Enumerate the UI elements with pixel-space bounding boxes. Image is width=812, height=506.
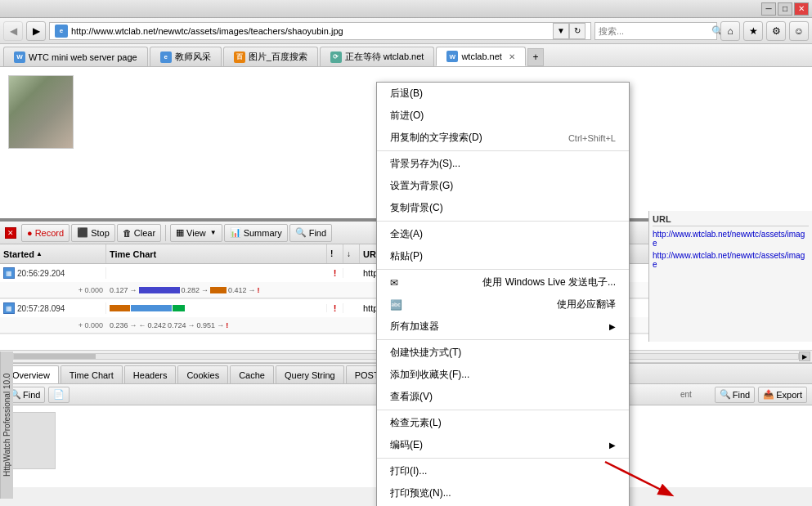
tab-label-4: wtclab.net — [461, 51, 502, 61]
cm-item-select-all[interactable]: 全选(A) — [377, 223, 629, 245]
window-controls: ─ □ ✕ — [761, 2, 809, 16]
tab-overview-label: Overview — [12, 370, 50, 380]
address-dropdown[interactable]: ▼ — [553, 23, 569, 39]
tab-baidu[interactable]: 百 图片_百度搜索 — [223, 47, 318, 66]
summary-button[interactable]: 📊 Summary — [224, 224, 288, 242]
cm-back-label: 后退(B) — [390, 87, 423, 101]
clear-button[interactable]: 🗑 Clear — [117, 224, 161, 242]
tab-timechart[interactable]: Time Chart — [61, 365, 123, 383]
row-1-started: ▦ 20:56:29.204 — [0, 267, 106, 279]
row-2-bar-blue — [131, 305, 172, 311]
cm-item-print-preview[interactable]: 打印预览(N)... — [377, 482, 629, 504]
cm-item-shortcut[interactable]: 创建快捷方式(T) — [377, 342, 629, 364]
settings-button[interactable]: ⚙ — [766, 21, 786, 41]
favorites-button[interactable]: ★ — [743, 21, 763, 41]
tab-cache[interactable]: Cache — [230, 365, 274, 383]
cm-copy-bg-label: 复制背景(C) — [390, 201, 443, 215]
row-1-delta: + 0.000 — [0, 286, 106, 294]
row-2-arrow-1: → — [130, 321, 137, 329]
cm-item-inspect[interactable]: 检查元素(L) — [377, 412, 629, 434]
stop-icon: ⬛ — [77, 227, 88, 238]
col-header-timechart[interactable]: Time Chart — [106, 244, 327, 263]
row-1-icon: ▦ — [3, 267, 15, 279]
tab-querystring[interactable]: Query String — [276, 365, 344, 383]
home-button[interactable]: ⌂ — [720, 21, 740, 41]
cm-item-accelerators[interactable]: 所有加速器 ▶ — [377, 316, 629, 338]
cm-item-print[interactable]: 打印(I)... — [377, 460, 629, 482]
forward-button[interactable]: ▶ — [26, 21, 46, 41]
side-url-panel: URL http://www.wtclab.net/newwtc/assets/… — [648, 211, 812, 342]
row-2-scale-4: 0.951 — [197, 321, 216, 329]
tab-timechart-label: Time Chart — [70, 370, 114, 380]
tab-label-0: WTC mini web server page — [29, 52, 137, 62]
side-url-2: http://www.wtclab.net/newwtc/assets/imag… — [653, 251, 809, 269]
stop-button[interactable]: ⬛ Stop — [71, 224, 115, 242]
row-1-excl: ! — [327, 268, 343, 278]
cm-translate-icon: 🔤 — [390, 299, 402, 311]
record-button[interactable]: ● Record — [21, 224, 70, 242]
cm-item-translate[interactable]: 🔤 使用必应翻译 — [377, 293, 629, 316]
refresh-button[interactable]: ↻ — [569, 23, 585, 39]
cm-item-live-mail[interactable]: ✉ 使用 Windows Live 发送电子... — [377, 271, 629, 293]
row-1-scale-3: 0.412 — [228, 286, 247, 294]
detail-find-right-label: Find — [733, 390, 750, 400]
tab-waiting[interactable]: ⟳ 正在等待 wtclab.net — [320, 47, 435, 66]
new-tab-button[interactable]: + — [527, 48, 544, 66]
tab-wtc-mini[interactable]: W WTC mini web server page — [3, 47, 148, 66]
row-2-excl-chart: ! — [226, 321, 228, 329]
detail-import-button[interactable]: 📄 — [48, 387, 70, 403]
tab-close-4[interactable]: ✕ — [509, 52, 515, 61]
maximize-button[interactable]: □ — [778, 2, 792, 16]
row-1-started-time: 20:56:29.204 — [17, 269, 65, 278]
svg-line-0 — [605, 462, 671, 495]
cm-item-forward[interactable]: 前进(O) — [377, 105, 629, 127]
row-2-bar-orange — [110, 305, 130, 311]
detail-export-button[interactable]: 📤 Export — [758, 387, 807, 403]
detail-find-right-button[interactable]: 🔍 Find — [715, 387, 755, 403]
view-button[interactable]: ▦ View ▼ — [170, 224, 222, 242]
tab-label-2: 图片_百度搜索 — [249, 51, 307, 63]
scroll-right[interactable]: ▶ — [799, 352, 810, 361]
cm-shortcut-label: 创建快捷方式(T) — [390, 346, 461, 360]
hw-close-button[interactable]: ✕ — [5, 227, 16, 239]
close-button[interactable]: ✕ — [794, 2, 809, 16]
detail-right-label: ent — [680, 390, 692, 399]
cm-item-copy-bg[interactable]: 复制背景(C) — [377, 197, 629, 219]
side-url-header: URL — [653, 214, 809, 226]
browser-window: ─ □ ✕ ◀ ▶ e http://www.wtclab.net/newwtc… — [0, 0, 812, 506]
tab-cookies[interactable]: Cookies — [177, 365, 228, 383]
find-button[interactable]: 🔍 Find — [289, 224, 332, 242]
col-header-arrow[interactable]: ↓ — [343, 244, 360, 263]
col-excl-label: ! — [330, 249, 333, 258]
browser-tabs: W WTC mini web server page e 教师风采 百 图片_百… — [0, 44, 812, 67]
col-header-excl[interactable]: ! — [327, 244, 343, 263]
back-button[interactable]: ◀ — [3, 21, 23, 41]
smiley-button[interactable]: ☺ — [789, 21, 809, 41]
context-menu: 后退(B) 前进(O) 用复制的文字搜索(D) Ctrl+Shift+L 背景另… — [376, 82, 630, 506]
tab-label-3: 正在等待 wtclab.net — [345, 51, 424, 63]
cm-item-encoding[interactable]: 编码(E) ▶ — [377, 434, 629, 456]
teacher-photo — [8, 75, 74, 149]
cm-item-save-bg[interactable]: 背景另存为(S)... — [377, 153, 629, 175]
col-header-started[interactable]: Started ▲ — [0, 244, 106, 263]
separator-1 — [165, 225, 166, 241]
address-bar[interactable]: e http://www.wtclab.net/newwtc/assets/im… — [49, 22, 591, 40]
tab-headers[interactable]: Headers — [124, 365, 177, 383]
cm-item-favorites[interactable]: 添加到收藏夹(F)... — [377, 364, 629, 386]
row-2-scale-2: 0.242 — [148, 321, 167, 329]
cm-item-back[interactable]: 后退(B) — [377, 83, 629, 105]
row-1-bar-1 — [139, 287, 180, 293]
search-input[interactable] — [599, 26, 711, 36]
cm-item-search-copy[interactable]: 用复制的文字搜索(D) Ctrl+Shift+L — [377, 127, 629, 149]
cm-item-set-bg[interactable]: 设置为背景(G) — [377, 175, 629, 197]
cm-translate-label: 使用必应翻译 — [557, 298, 616, 311]
tab-wtclab[interactable]: W wtclab.net ✕ — [436, 47, 526, 66]
tab-teacher[interactable]: e 教师风采 — [150, 47, 222, 66]
find-label: Find — [309, 228, 326, 238]
cm-item-paste[interactable]: 粘贴(P) — [377, 245, 629, 267]
stop-label: Stop — [91, 228, 110, 238]
row-1-arrow-3: → — [249, 286, 256, 294]
cm-sep-6 — [377, 458, 629, 459]
cm-item-view-source[interactable]: 查看源(V) — [377, 386, 629, 408]
minimize-button[interactable]: ─ — [761, 2, 776, 16]
